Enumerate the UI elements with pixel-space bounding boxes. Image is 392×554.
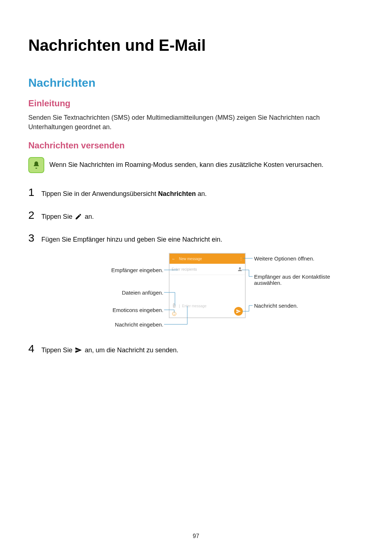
- note-row: Wenn Sie Nachrichten im Roaming-Modus se…: [28, 157, 364, 173]
- step-text-post: an.: [85, 213, 94, 220]
- step-text-post: an, um die Nachricht zu senden.: [85, 346, 178, 354]
- intro-heading: Einleitung: [28, 98, 364, 108]
- chapter-title: Nachrichten und E-Mail: [28, 36, 364, 54]
- intro-body: Senden Sie Textnachrichten (SMS) oder Mu…: [28, 113, 364, 132]
- step-4: 4 Tippen Sie an, um die Nachricht zu sen…: [28, 340, 364, 357]
- compose-diagram: ← New message ⋮ Enter recipients | Enter…: [69, 253, 323, 337]
- step-text: Fügen Sie Empfänger hinzu und geben Sie …: [41, 235, 364, 245]
- step-text-pre: Tippen Sie in der Anwendungsübersicht: [41, 190, 158, 197]
- step-3: 3 Fügen Sie Empfänger hinzu und geben Si…: [28, 230, 364, 246]
- page-number: 97: [0, 533, 392, 539]
- compose-icon: [75, 213, 82, 220]
- step-1: 1 Tippen Sie in der Anwendungsübersicht …: [28, 184, 364, 200]
- roaming-note: Wenn Sie Nachrichten im Roaming-Modus se…: [49, 157, 323, 169]
- step-number: 1: [28, 184, 36, 200]
- send-heading: Nachrichten versenden: [28, 140, 364, 151]
- step-number: 3: [28, 230, 36, 246]
- step-text-post: an.: [196, 190, 207, 197]
- step-number: 4: [28, 340, 36, 357]
- step-number: 2: [28, 207, 36, 223]
- step-text-pre: Tippen Sie: [41, 213, 74, 220]
- send-icon: [75, 346, 82, 354]
- step-text-bold: Nachrichten: [158, 190, 196, 197]
- step-2: 2 Tippen Sie an.: [28, 207, 364, 223]
- step-text-pre: Tippen Sie: [41, 346, 74, 354]
- section-title: Nachrichten: [28, 76, 364, 90]
- bell-icon: [28, 157, 44, 173]
